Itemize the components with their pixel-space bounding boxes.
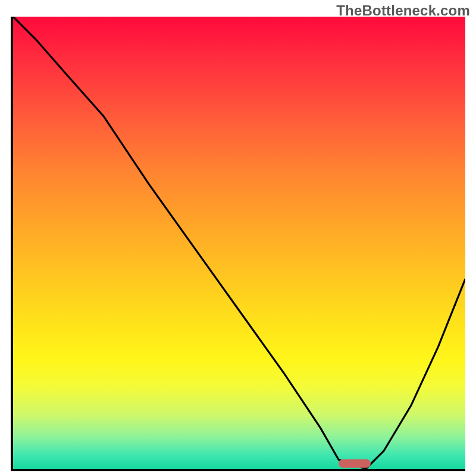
axes-frame <box>11 17 465 471</box>
chart-canvas: TheBottleneck.com <box>0 0 476 476</box>
